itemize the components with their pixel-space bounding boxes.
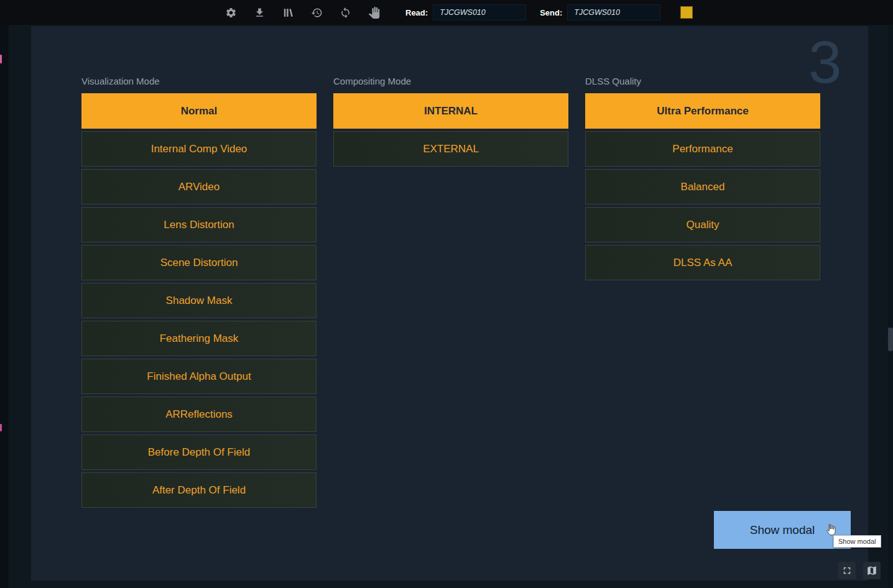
option-dlss-as-aa[interactable]: DLSS As AA <box>585 245 820 280</box>
edge-marker <box>0 55 2 63</box>
option-finished-alpha-output[interactable]: Finished Alpha Output <box>81 359 317 394</box>
option-internal-comp-video[interactable]: Internal Comp Video <box>81 131 317 167</box>
option-quality[interactable]: Quality <box>585 207 820 242</box>
option-internal[interactable]: INTERNAL <box>333 93 568 129</box>
map-icon[interactable] <box>863 562 881 579</box>
group-compositing-mode: Compositing ModeINTERNALEXTERNAL <box>333 76 568 510</box>
fullscreen-icon[interactable] <box>838 562 856 579</box>
option-external[interactable]: EXTERNAL <box>333 131 568 167</box>
edge-marker <box>0 424 2 431</box>
history-icon[interactable] <box>308 4 325 21</box>
option-scene-distortion[interactable]: Scene Distortion <box>81 245 317 280</box>
read-label: Read: <box>405 8 428 17</box>
group-dlss-quality: DLSS QualityUltra PerformancePerformance… <box>585 76 820 510</box>
toolbar-icons <box>223 4 382 21</box>
option-after-depth-of-field[interactable]: After Depth Of Field <box>81 472 317 508</box>
pan-hand-icon[interactable] <box>366 4 382 21</box>
read-input[interactable] <box>433 4 526 21</box>
group-label: DLSS Quality <box>585 76 820 87</box>
option-shadow-mask[interactable]: Shadow Mask <box>81 283 317 318</box>
option-lens-distortion[interactable]: Lens Distortion <box>81 207 317 242</box>
left-edge-strip <box>0 25 9 588</box>
show-modal-button[interactable]: Show modal <box>714 511 851 549</box>
gear-icon[interactable] <box>223 4 239 21</box>
option-before-depth-of-field[interactable]: Before Depth Of Field <box>81 434 317 470</box>
option-performance[interactable]: Performance <box>585 131 820 167</box>
send-label: Send: <box>540 8 562 17</box>
option-arvideo[interactable]: ARVideo <box>81 169 317 204</box>
color-swatch[interactable] <box>680 6 693 19</box>
download-icon[interactable] <box>251 4 267 21</box>
option-ultra-performance[interactable]: Ultra Performance <box>585 93 820 129</box>
toolbar: Read: Send: <box>0 0 893 25</box>
group-label: Compositing Mode <box>333 76 568 87</box>
option-arreflections[interactable]: ARReflections <box>81 397 317 432</box>
group-label: Visualization Mode <box>81 76 317 87</box>
option-normal[interactable]: Normal <box>81 93 317 129</box>
option-feathering-mask[interactable]: Feathering Mask <box>81 321 317 356</box>
button-columns: Visualization ModeNormalInternal Comp Vi… <box>81 76 820 510</box>
option-balanced[interactable]: Balanced <box>585 169 820 204</box>
group-visualization-mode: Visualization ModeNormalInternal Comp Vi… <box>81 76 317 510</box>
library-icon[interactable] <box>280 4 296 21</box>
sync-icon[interactable] <box>337 4 353 21</box>
right-edge-strip <box>888 25 893 588</box>
show-modal-tooltip: Show modal <box>833 535 881 548</box>
scrollbar-thumb[interactable] <box>888 328 893 351</box>
app-screen: Read: Send: 3 Visualization ModeNormalIn… <box>0 0 893 588</box>
send-input[interactable] <box>567 4 660 21</box>
